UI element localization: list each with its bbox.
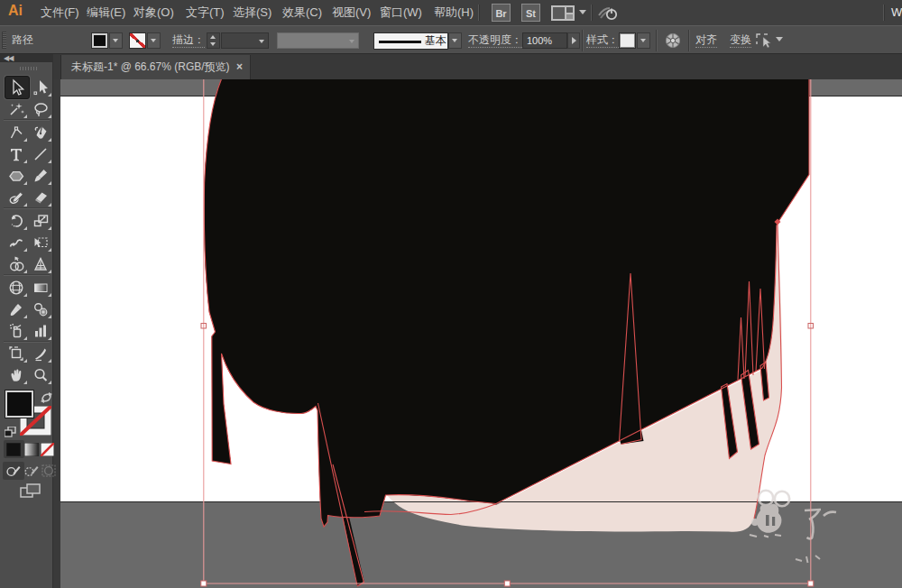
width-profile-combo[interactable] — [277, 32, 359, 49]
paintbrush-tool[interactable] — [29, 165, 53, 187]
recolor-artwork-icon[interactable] — [665, 32, 681, 52]
arrange-documents-chevron-icon[interactable] — [579, 10, 586, 14]
isolate-selection-chevron-icon[interactable] — [776, 37, 783, 41]
artboard-tool[interactable] — [5, 343, 29, 364]
color-button[interactable] — [6, 443, 21, 460]
context-label: 路径 — [12, 26, 33, 54]
eyedropper-tool[interactable] — [5, 299, 29, 320]
menu-window[interactable]: 窗口(W) — [378, 0, 424, 25]
draw-normal-button[interactable] — [6, 464, 21, 481]
gradient-button[interactable] — [24, 443, 39, 460]
stroke-width-combo[interactable] — [221, 32, 269, 49]
tool-flyout-indicator — [48, 226, 51, 230]
width-tool[interactable] — [5, 232, 29, 253]
style-panel-link[interactable]: 样式： — [586, 26, 619, 54]
menu-type[interactable]: 文字(T) — [184, 0, 226, 25]
opacity-more-button[interactable] — [567, 32, 580, 49]
brush-definition-combo[interactable]: 基本 — [373, 32, 448, 50]
lasso-tool[interactable] — [29, 98, 53, 120]
shape-builder-tool[interactable] — [5, 253, 29, 275]
scale-tool[interactable] — [29, 210, 53, 232]
slice-tool[interactable] — [29, 343, 53, 364]
tools-panel: ◀◀ — [0, 54, 53, 588]
stroke-color-chevron-icon[interactable] — [147, 32, 161, 49]
brush-stroke-preview — [379, 41, 421, 43]
tool-flyout-indicator — [23, 381, 27, 384]
brush-definition-chevron-icon[interactable] — [448, 32, 462, 49]
selection-tool[interactable] — [5, 77, 29, 98]
document-tab[interactable]: 未标题-1* @ 66.67% (RGB/预览) × — [60, 55, 251, 79]
none-button[interactable] — [41, 443, 54, 460]
blend-tool[interactable] — [29, 299, 53, 320]
tools-panel-grip[interactable] — [20, 67, 39, 70]
graphic-style-chevron-icon[interactable] — [637, 32, 650, 49]
arrange-documents-icon[interactable] — [551, 5, 575, 24]
line-segment-tool[interactable] — [29, 143, 53, 165]
tool-flyout-indicator — [48, 336, 51, 340]
opacity-input[interactable]: 100% — [522, 32, 567, 49]
fill-swatch-big[interactable] — [5, 390, 34, 418]
swap-fill-stroke-icon[interactable] — [41, 390, 52, 407]
tool-flyout-indicator — [23, 226, 27, 230]
fill-stroke-block — [0, 385, 53, 509]
menu-effect[interactable]: 效果(C) — [281, 0, 324, 25]
anchor-point-tool[interactable] — [5, 122, 29, 143]
transform-panel-link[interactable]: 变换 — [730, 26, 751, 54]
menu-help[interactable]: 帮助(H) — [432, 0, 475, 25]
eraser-tool[interactable] — [29, 187, 53, 208]
menu-object[interactable]: 对象(O) — [132, 0, 176, 25]
pen-tool[interactable] — [29, 122, 53, 143]
tool-flyout-indicator — [48, 93, 51, 96]
tool-flyout-indicator — [23, 160, 27, 163]
collapse-panel-icon[interactable]: ◀◀ — [4, 55, 13, 62]
default-fill-stroke-icon[interactable] — [5, 425, 16, 436]
direct-selection-tool[interactable] — [29, 77, 53, 98]
draw-behind-button[interactable] — [24, 464, 39, 481]
menu-edit[interactable]: 编辑(E) — [85, 0, 127, 25]
opacity-panel-link[interactable]: 不透明度： — [468, 26, 522, 54]
menu-view[interactable]: 视图(V) — [330, 0, 373, 25]
gradient-tool[interactable] — [29, 277, 53, 299]
bbox-handle-bottom-center[interactable] — [504, 581, 510, 586]
isolate-selection-icon[interactable] — [756, 33, 773, 52]
selection-icon — [6, 78, 26, 97]
stepper-up-icon[interactable] — [210, 35, 216, 39]
column-graph-tool[interactable] — [29, 320, 53, 342]
workspace-switcher-fragment[interactable]: W — [891, 0, 902, 25]
tab-close-icon[interactable]: × — [236, 55, 243, 78]
symbol-sprayer-tool[interactable] — [5, 320, 29, 342]
hand-tool[interactable] — [5, 364, 29, 386]
type-tool[interactable] — [5, 143, 29, 165]
pencil-tool[interactable] — [5, 187, 29, 208]
graphic-style-swatch[interactable] — [619, 32, 636, 49]
fill-color-chevron-icon[interactable] — [109, 32, 123, 49]
bridge-button[interactable]: Br — [492, 4, 511, 22]
control-panel-grip[interactable] — [2, 32, 6, 49]
stroke-panel-link[interactable]: 描边： — [172, 26, 205, 54]
stepper-down-icon[interactable] — [210, 42, 216, 46]
tool-flyout-indicator — [23, 336, 27, 340]
zoom-tool[interactable] — [29, 364, 53, 386]
magic-wand-tool[interactable] — [5, 98, 29, 120]
stroke-width-stepper[interactable] — [207, 32, 220, 49]
free-transform-tool[interactable] — [29, 232, 53, 253]
rotate-tool[interactable] — [5, 210, 29, 232]
menu-select[interactable]: 选择(S) — [231, 0, 273, 25]
fill-color-swatch[interactable] — [91, 32, 108, 49]
tool-flyout-indicator — [23, 270, 27, 273]
perspective-grid-tool[interactable] — [29, 253, 53, 275]
stroke-color-swatch[interactable] — [129, 32, 146, 49]
shape-tool[interactable] — [5, 165, 29, 187]
canvas-area[interactable] — [60, 79, 902, 588]
tool-flyout-indicator — [23, 203, 27, 207]
stock-button[interactable]: St — [521, 4, 540, 22]
menu-file[interactable]: 文件(F) — [39, 0, 81, 25]
bbox-handle-bottom-right[interactable] — [808, 581, 814, 586]
bbox-handle-bottom-left[interactable] — [201, 581, 207, 586]
tool-flyout-indicator — [48, 248, 51, 252]
align-panel-link[interactable]: 对齐 — [695, 26, 717, 54]
screen-mode-button[interactable] — [20, 483, 41, 502]
cs-live-icon[interactable] — [597, 4, 619, 25]
tool-flyout-indicator — [23, 115, 27, 118]
mesh-tool[interactable] — [5, 277, 29, 299]
